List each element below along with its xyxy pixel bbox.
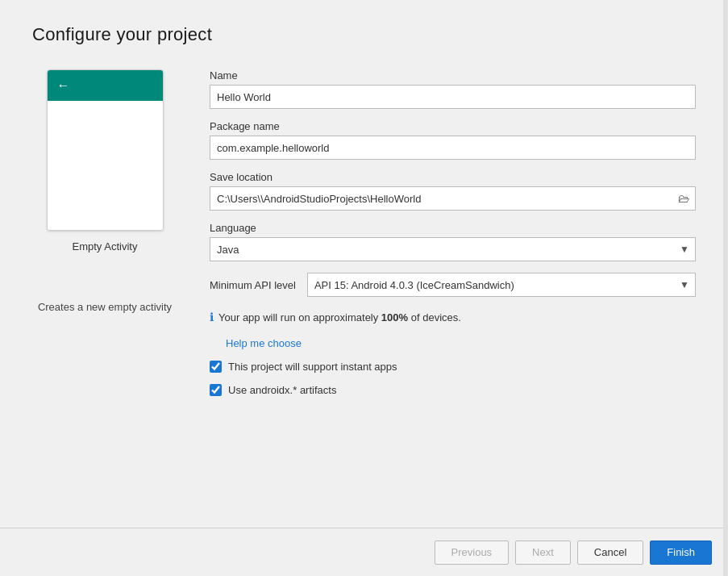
page-container: Configure your project ← Empty Activity … [0,0,728,576]
phone-mockup: ← [47,69,164,231]
name-field-group: Name [210,69,696,109]
info-row: ℹ Your app will run on approximately 100… [210,310,696,324]
androidx-checkbox[interactable] [210,384,222,396]
package-label: Package name [210,120,696,132]
phone-header: ← [48,70,163,101]
form-area: ← Empty Activity Creates a new empty act… [32,69,696,511]
api-label: Minimum API level [210,279,296,291]
footer: Previous Next Cancel Finish [0,528,728,576]
language-field-group: Language Java Kotlin ▼ [210,222,696,261]
instant-apps-checkbox[interactable] [210,361,222,373]
finish-button[interactable]: Finish [650,541,712,565]
page-title: Configure your project [32,24,696,45]
instant-apps-row: This project will support instant apps [210,361,696,373]
next-button[interactable]: Next [515,541,571,565]
name-label: Name [210,69,696,81]
activity-label: Empty Activity [73,240,138,253]
androidx-row: Use androidx.* artifacts [210,384,696,396]
api-level-select[interactable]: API 15: Android 4.0.3 (IceCreamSandwich)… [307,273,696,297]
location-wrapper: 🗁 [210,186,696,211]
package-input[interactable] [210,136,696,160]
info-text-block: Your app will run on approximately 100% … [218,310,461,324]
api-row: Minimum API level API 15: Android 4.0.3 … [210,273,696,297]
androidx-label[interactable]: Use androidx.* artifacts [228,384,336,396]
language-label: Language [210,222,696,234]
info-icon: ℹ [210,311,214,323]
phone-body [48,101,163,231]
language-select-wrapper: Java Kotlin ▼ [210,237,696,261]
package-field-group: Package name [210,120,696,160]
api-select-wrapper: API 15: Android 4.0.3 (IceCreamSandwich)… [307,273,696,297]
name-input[interactable] [210,85,696,109]
main-content: Configure your project ← Empty Activity … [0,0,728,528]
left-panel: ← Empty Activity Creates a new empty act… [32,69,177,511]
help-me-choose-link[interactable]: Help me choose [226,337,696,349]
creates-label: Creates a new empty activity [38,301,172,313]
browse-folder-button[interactable]: 🗁 [675,190,693,207]
scrollbar-track [723,0,728,576]
location-field-group: Save location 🗁 [210,171,696,211]
instant-apps-label[interactable]: This project will support instant apps [228,361,397,373]
previous-button[interactable]: Previous [435,541,510,565]
back-arrow-icon: ← [57,78,70,93]
location-input[interactable] [210,186,696,211]
info-text: Your app will run on approximately 100% … [218,311,461,323]
right-panel: Name Package name Save location 🗁 [210,69,696,511]
cancel-button[interactable]: Cancel [577,541,643,565]
language-select[interactable]: Java Kotlin [210,237,696,261]
location-label: Save location [210,171,696,183]
